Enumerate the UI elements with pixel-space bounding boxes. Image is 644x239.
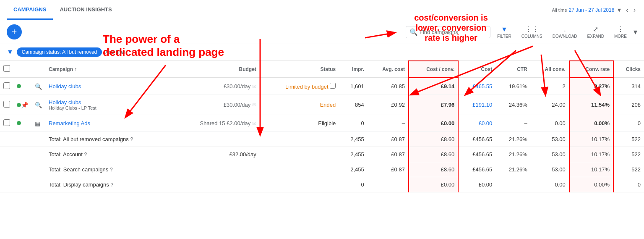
table-row: 📌 🔍 Holiday clubsHoliday Clubs - LP Test… — [0, 95, 644, 115]
row-checkbox[interactable] — [3, 101, 10, 108]
total-clicks: 522 — [613, 162, 644, 177]
download-btn[interactable]: ↓ DOWNLOAD — [549, 24, 581, 40]
total-impr: 0 — [339, 177, 368, 192]
row-checkbox-cell[interactable] — [0, 78, 13, 95]
row-cost-cell: £0.00 — [458, 115, 495, 132]
total-all-conv: 53.00 — [531, 162, 569, 177]
row-ctr-cell: – — [495, 115, 531, 132]
col-impr: Impr. — [339, 61, 368, 78]
total-impr: 2,455 — [339, 147, 368, 162]
columns-btn[interactable]: ⋮⋮ COLUMNS — [518, 24, 546, 40]
row-impr-cell: 1,601 — [339, 78, 368, 95]
date-next-btn[interactable]: › — [632, 5, 637, 16]
help-icon: ? — [130, 137, 133, 142]
filter-btn[interactable]: ▼ FILTER — [494, 24, 515, 40]
row-checkbox-cell[interactable] — [0, 115, 13, 132]
campaign-name-link[interactable]: Holiday clubs — [49, 99, 81, 105]
row-all-conv-cell: 0.00 — [531, 115, 569, 132]
collapse-btn[interactable]: ▾ — [634, 27, 637, 37]
row-cost-conv-cell: £9.14 — [409, 78, 458, 95]
row-type-cell: 🔍 — [31, 78, 45, 95]
row-budget-cell: £30.00/day ✉ — [172, 95, 260, 115]
row-checkbox[interactable] — [3, 119, 10, 126]
row-dot-cell: 📌 — [13, 95, 31, 115]
total-cost: £456.65 — [458, 162, 495, 177]
row-avg-cost-cell: £0.85 — [368, 78, 409, 95]
expand-btn[interactable]: ⤢ EXPAND — [584, 24, 607, 40]
row-all-conv-cell: 24.00 — [531, 95, 569, 115]
campaign-status-filter-chip[interactable]: Campaign status: All but removed — [17, 47, 102, 57]
total-label: Total: Search campaigns ? — [45, 162, 172, 177]
total-label: Total: All but removed campaigns ? — [45, 132, 172, 147]
status-dot — [17, 103, 21, 107]
total-all-conv: 53.00 — [531, 132, 569, 147]
total-ctr: 21.26% — [495, 147, 531, 162]
total-cost: £0.00 — [458, 177, 495, 192]
top-tabs: CAMPAIGNS AUCTION INSIGHTS All time 27 J… — [0, 0, 644, 20]
total-conv-rate: 0.00% — [569, 177, 613, 192]
col-clicks: Clicks — [613, 61, 644, 78]
total-cost: £456.65 — [458, 132, 495, 147]
total-cost-conv: £8.60 — [409, 132, 458, 147]
total-status — [260, 132, 339, 147]
campaign-name-link[interactable]: Remarketing Ads — [49, 120, 90, 126]
total-conv-rate: 10.17% — [569, 147, 613, 162]
campaigns-table-wrapper: Campaign ↑ Budget Status Impr. Avg. cost… — [0, 60, 644, 192]
total-status — [260, 147, 339, 162]
tab-auction-insights[interactable]: AUCTION INSIGHTS — [53, 0, 118, 20]
total-ctr: 21.26% — [495, 132, 531, 147]
row-cost-cell: £465.55 — [458, 78, 495, 95]
status-limited: Limited by budget — [285, 84, 329, 90]
total-avg-cost: £0.87 — [368, 162, 409, 177]
col-avg-cost: Avg. cost — [368, 61, 409, 78]
total-row: Total: All but removed campaigns ? 2,455… — [0, 132, 644, 147]
date-dropdown-btn[interactable]: ▾ — [616, 4, 623, 16]
row-avg-cost-cell: £0.92 — [368, 95, 409, 115]
select-all-checkbox[interactable] — [3, 65, 10, 72]
row-all-conv-cell: 2 — [531, 78, 569, 95]
budget-email-icon: ✉ — [252, 84, 256, 89]
date-range-area: All time 27 Jun - 27 Jul 2018 ▾ ‹ › — [552, 4, 637, 16]
total-label-cell — [0, 132, 45, 147]
row-checkbox-cell[interactable] — [0, 95, 13, 115]
campaign-name-link[interactable]: Holiday clubs — [49, 83, 81, 89]
total-clicks: 522 — [613, 147, 644, 162]
total-clicks: 0 — [613, 177, 644, 192]
col-status: Status — [260, 61, 339, 78]
pin-icon: 📌 — [21, 102, 28, 108]
search-icon: 🔍 — [409, 28, 418, 36]
campaigns-table: Campaign ↑ Budget Status Impr. Avg. cost… — [0, 60, 644, 192]
row-ctr-cell: 19.61% — [495, 78, 531, 95]
row-conv-rate-cell: 0.00% — [569, 115, 613, 132]
total-row: Total: Search campaigns ? 2,455 £0.87 £8… — [0, 162, 644, 177]
row-clicks-cell: 208 — [613, 95, 644, 115]
status-checkbox[interactable] — [330, 83, 336, 89]
total-avg-cost: £0.87 — [368, 147, 409, 162]
add-button[interactable]: + — [7, 24, 22, 39]
total-budget: £32.00/day — [172, 147, 260, 162]
date-label: All time — [552, 8, 567, 13]
total-label-cell — [0, 177, 45, 192]
tab-campaigns[interactable]: CAMPAIGNS — [7, 0, 53, 20]
date-value: 27 Jun - 27 Jul 2018 — [569, 7, 615, 13]
more-btn[interactable]: ⋮ MORE — [611, 24, 630, 40]
total-all-conv: 53.00 — [531, 147, 569, 162]
row-cost-cell: £191.10 — [458, 95, 495, 115]
col-conv-rate: Conv. rate — [569, 61, 613, 78]
total-impr: 2,455 — [339, 132, 368, 147]
total-cost-conv: £8.60 — [409, 162, 458, 177]
total-avg-cost: £0.87 — [368, 132, 409, 147]
total-budget — [172, 177, 260, 192]
total-conv-rate: 10.17% — [569, 162, 613, 177]
row-avg-cost-cell: – — [368, 115, 409, 132]
find-campaigns-input[interactable] — [420, 29, 487, 35]
help-icon: ? — [110, 182, 113, 188]
add-filter-btn[interactable]: Add filter — [105, 49, 125, 55]
row-checkbox[interactable] — [3, 82, 10, 89]
budget-email-icon: ✉ — [252, 121, 256, 126]
col-budget: Budget — [172, 61, 260, 78]
row-budget-cell: £30.00/day ✉ — [172, 78, 260, 95]
date-prev-btn[interactable]: ‹ — [624, 5, 630, 16]
row-ctr-cell: 24.36% — [495, 95, 531, 115]
total-cost-conv: £0.00 — [409, 177, 458, 192]
